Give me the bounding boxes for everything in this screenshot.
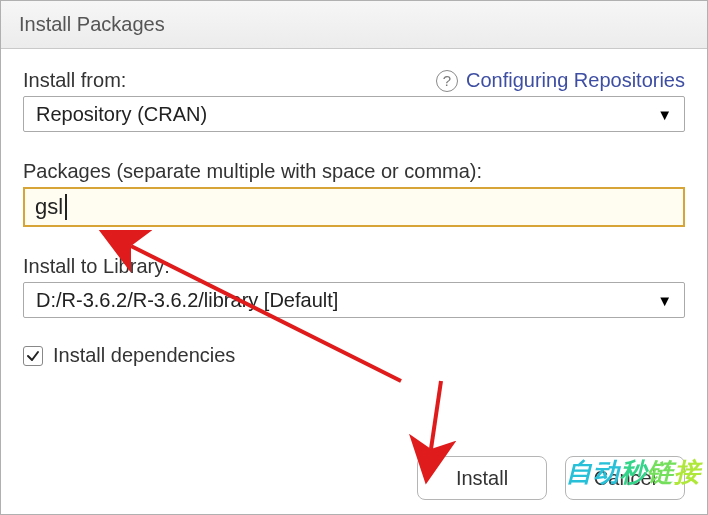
install-button-label: Install	[456, 467, 508, 490]
install-to-row: Install to Library:	[23, 255, 685, 278]
install-dependencies-row[interactable]: Install dependencies	[23, 344, 685, 367]
install-from-value: Repository (CRAN)	[36, 103, 207, 126]
install-from-label: Install from:	[23, 69, 126, 92]
svg-line-1	[431, 381, 441, 449]
install-from-row: Install from: ? Configuring Repositories	[23, 69, 685, 92]
packages-label: Packages (separate multiple with space o…	[23, 160, 482, 183]
packages-value: gsl	[35, 194, 63, 220]
chevron-down-icon: ▼	[657, 106, 672, 123]
check-icon	[26, 349, 40, 363]
configuring-repositories-text: Configuring Repositories	[466, 69, 685, 92]
dialog-content: Install from: ? Configuring Repositories…	[1, 49, 707, 377]
install-to-value: D:/R-3.6.2/R-3.6.2/library [Default]	[36, 289, 338, 312]
install-button[interactable]: Install	[417, 456, 547, 500]
chevron-down-icon: ▼	[657, 292, 672, 309]
help-icon: ?	[436, 70, 458, 92]
cancel-button[interactable]: Cancel	[565, 456, 685, 500]
dialog-titlebar: Install Packages	[1, 1, 707, 49]
packages-row: Packages (separate multiple with space o…	[23, 160, 685, 183]
dialog-title: Install Packages	[19, 13, 165, 36]
install-dependencies-checkbox[interactable]	[23, 346, 43, 366]
configuring-repositories-link[interactable]: ? Configuring Repositories	[436, 69, 685, 92]
packages-input[interactable]: gsl	[23, 187, 685, 227]
install-packages-dialog: Install Packages Install from: ? Configu…	[0, 0, 708, 515]
install-to-select[interactable]: D:/R-3.6.2/R-3.6.2/library [Default] ▼	[23, 282, 685, 318]
install-to-label: Install to Library:	[23, 255, 170, 278]
dialog-footer: Install Cancel	[417, 456, 685, 500]
install-from-select[interactable]: Repository (CRAN) ▼	[23, 96, 685, 132]
install-dependencies-label: Install dependencies	[53, 344, 235, 367]
text-cursor	[65, 194, 67, 220]
cancel-button-label: Cancel	[594, 467, 656, 490]
